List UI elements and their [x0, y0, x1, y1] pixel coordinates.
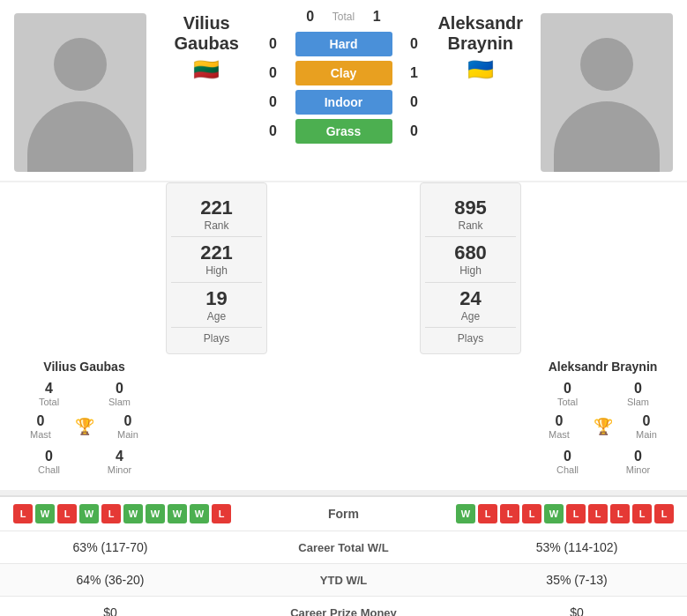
- right-slam-item: 0 Slam: [603, 379, 674, 409]
- left-rank-block: 221 Rank: [200, 192, 233, 236]
- right-mast-item: 0 Mast: [533, 412, 586, 442]
- left-plays-label: Plays: [171, 327, 262, 345]
- hard-btn: Hard: [295, 32, 392, 56]
- left-player-name-bottom: Vilius Gaubas: [43, 360, 124, 374]
- form-badge-left: L: [57, 504, 77, 523]
- left-mast-val: 0: [14, 413, 68, 429]
- left-total-lbl: Total: [14, 397, 85, 407]
- hard-right: 0: [401, 36, 428, 52]
- left-mast-lbl: Mast: [14, 429, 68, 440]
- form-label: Form: [231, 507, 456, 521]
- clay-left: 0: [260, 65, 287, 81]
- left-flag: 🇱🇹: [193, 57, 220, 82]
- form-section: LWLWLWWWWL Form WLLLWLLLLL: [0, 495, 687, 531]
- stat-right-2: $0: [480, 605, 674, 616]
- right-player-name-bottom: Aleksandr Braynin: [549, 360, 658, 374]
- stats-row: 63% (117-70) Career Total W/L 53% (114-1…: [0, 531, 687, 563]
- form-badge-left: L: [101, 504, 121, 523]
- stat-label-0: Career Total W/L: [207, 541, 480, 554]
- left-player-name: Vilius Gaubas: [153, 13, 260, 54]
- left-slam-item: 0 Slam: [85, 379, 155, 409]
- left-rank-label: Rank: [200, 219, 233, 232]
- main-container: Vilius Gaubas 🇱🇹 0 Total 1 0 Hard 0 0 Cl…: [0, 0, 687, 616]
- left-slam-val: 0: [85, 381, 155, 397]
- stat-right-1: 35% (7-13): [480, 573, 674, 587]
- right-trophy-icon: 🏆: [594, 417, 613, 436]
- indoor-left: 0: [260, 94, 287, 110]
- stat-right-0: 53% (114-102): [480, 540, 674, 554]
- right-form-badges: WLLLWLLLLL: [456, 504, 674, 523]
- right-minor-item: 0 Minor: [603, 447, 674, 477]
- left-main-lbl: Main: [101, 429, 155, 440]
- left-age-label: Age: [171, 310, 262, 323]
- clay-btn: Clay: [295, 61, 392, 85]
- left-stats-card: 221 Rank 221 High 19 Age Plays: [166, 182, 267, 354]
- right-total-lbl: Total: [533, 397, 603, 407]
- left-main-val: 0: [101, 413, 155, 429]
- stat-left-0: 63% (117-70): [13, 540, 207, 554]
- left-avatar-head: [54, 38, 107, 91]
- stats-row: $0 Career Prize Money $0: [0, 596, 687, 616]
- left-player-card: [7, 9, 153, 176]
- left-rank-value: 221: [200, 197, 233, 219]
- indoor-btn: Indoor: [295, 90, 392, 115]
- right-main-item: 0 Main: [620, 412, 674, 442]
- form-badge-right: L: [610, 504, 630, 523]
- stat-label-2: Career Prize Money: [207, 606, 480, 617]
- right-high-block: 680 High: [425, 236, 516, 281]
- left-main-item: 0 Main: [101, 412, 155, 442]
- right-avatar-head: [580, 38, 633, 91]
- stat-left-2: $0: [13, 605, 207, 616]
- right-chall-val: 0: [533, 449, 603, 464]
- right-rank-block: 895 Rank: [454, 192, 487, 236]
- left-avatar: [14, 13, 146, 172]
- form-badge-left: L: [13, 504, 33, 523]
- form-badge-left: W: [79, 504, 99, 523]
- grass-left: 0: [260, 123, 287, 139]
- right-minor-val: 0: [603, 449, 674, 464]
- form-badge-right: L: [522, 504, 541, 523]
- clay-right: 1: [401, 65, 428, 81]
- right-mast-val: 0: [533, 413, 586, 429]
- right-high-value: 680: [425, 241, 516, 264]
- indoor-row: 0 Indoor 0: [260, 90, 428, 115]
- form-badge-right: L: [588, 504, 608, 523]
- right-rank-value: 895: [454, 197, 487, 219]
- left-total-val: 4: [14, 381, 85, 397]
- right-player-name: Aleksandr Braynin: [428, 13, 534, 54]
- right-main-lbl: Main: [620, 429, 674, 440]
- right-slam-lbl: Slam: [603, 397, 674, 407]
- right-flag: 🇺🇦: [467, 57, 494, 82]
- left-minor-lbl: Minor: [85, 464, 155, 475]
- right-minor-lbl: Minor: [603, 464, 674, 475]
- left-high-value: 221: [171, 241, 262, 264]
- left-minor-item: 4 Minor: [85, 447, 155, 477]
- form-badge-left: W: [35, 504, 55, 523]
- right-player-card: [534, 9, 680, 176]
- grass-btn: Grass: [295, 119, 392, 144]
- grass-row: 0 Grass 0: [260, 119, 428, 144]
- left-avatar-body: [27, 101, 133, 172]
- right-age-label: Age: [425, 310, 516, 323]
- right-mast-lbl: Mast: [533, 429, 586, 440]
- right-spacer: [526, 182, 680, 354]
- form-badge-right: W: [456, 504, 475, 523]
- total-right-score: 1: [363, 9, 390, 25]
- hard-left: 0: [260, 36, 287, 52]
- right-age-value: 24: [425, 287, 516, 310]
- left-chall-item: 0 Chall: [14, 447, 85, 477]
- left-minor-val: 4: [85, 449, 155, 464]
- right-high-label: High: [425, 264, 516, 277]
- form-badge-right: L: [632, 504, 652, 523]
- form-badge-right: W: [544, 504, 564, 523]
- indoor-right: 0: [401, 94, 428, 110]
- right-slam-val: 0: [603, 381, 674, 397]
- total-label: Total: [332, 11, 355, 23]
- form-badge-left: L: [212, 504, 231, 523]
- form-badge-left: W: [168, 504, 187, 523]
- form-badge-right: L: [478, 504, 497, 523]
- left-trophy-icon: 🏆: [75, 417, 94, 436]
- right-rank-label: Rank: [454, 219, 487, 232]
- hard-row: 0 Hard 0: [260, 32, 428, 56]
- total-left-score: 0: [297, 9, 324, 25]
